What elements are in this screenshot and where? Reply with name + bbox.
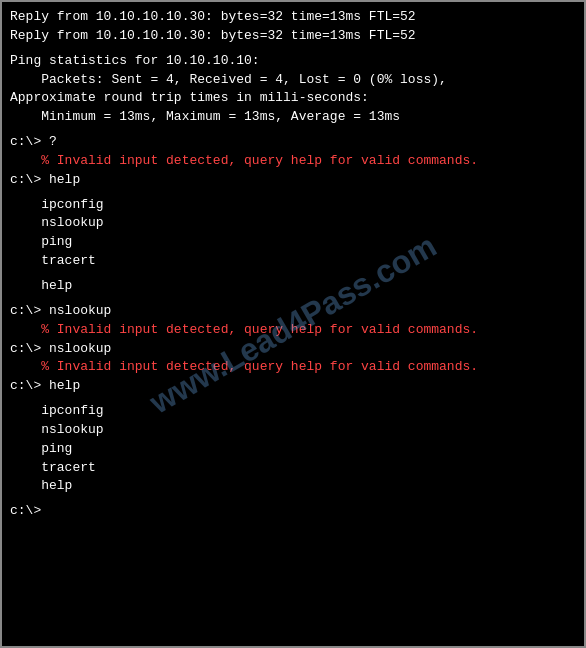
terminal-line: ipconfig <box>10 402 576 421</box>
terminal-line: % Invalid input detected, query help for… <box>10 152 576 171</box>
terminal-line: nslookup <box>10 421 576 440</box>
terminal-line: % Invalid input detected, query help for… <box>10 358 576 377</box>
terminal-line: nslookup <box>10 214 576 233</box>
terminal-line: c:\> nslookup <box>10 340 576 359</box>
terminal-line: Packets: Sent = 4, Received = 4, Lost = … <box>10 71 576 90</box>
terminal-line: Minimum = 13ms, Maximum = 13ms, Average … <box>10 108 576 127</box>
terminal-line: % Invalid input detected, query help for… <box>10 321 576 340</box>
terminal-line: c:\> ? <box>10 133 576 152</box>
terminal-line: c:\> help <box>10 377 576 396</box>
terminal-line: help <box>10 277 576 296</box>
terminal-line: Ping statistics for 10.10.10.10: <box>10 52 576 71</box>
terminal-line: help <box>10 477 576 496</box>
terminal-content: Reply from 10.10.10.10.30: bytes=32 time… <box>10 8 576 521</box>
terminal-line: c:\> <box>10 502 576 521</box>
terminal-line: Approximate round trip times in milli-se… <box>10 89 576 108</box>
terminal[interactable]: Reply from 10.10.10.10.30: bytes=32 time… <box>2 2 584 646</box>
terminal-line: tracert <box>10 252 576 271</box>
terminal-line: Reply from 10.10.10.10.30: bytes=32 time… <box>10 27 576 46</box>
terminal-line: c:\> nslookup <box>10 302 576 321</box>
terminal-line: ping <box>10 440 576 459</box>
terminal-wrapper: Reply from 10.10.10.10.30: bytes=32 time… <box>0 0 586 648</box>
terminal-line: tracert <box>10 459 576 478</box>
terminal-line: ping <box>10 233 576 252</box>
terminal-line: ipconfig <box>10 196 576 215</box>
terminal-line: c:\> help <box>10 171 576 190</box>
terminal-line: Reply from 10.10.10.10.30: bytes=32 time… <box>10 8 576 27</box>
